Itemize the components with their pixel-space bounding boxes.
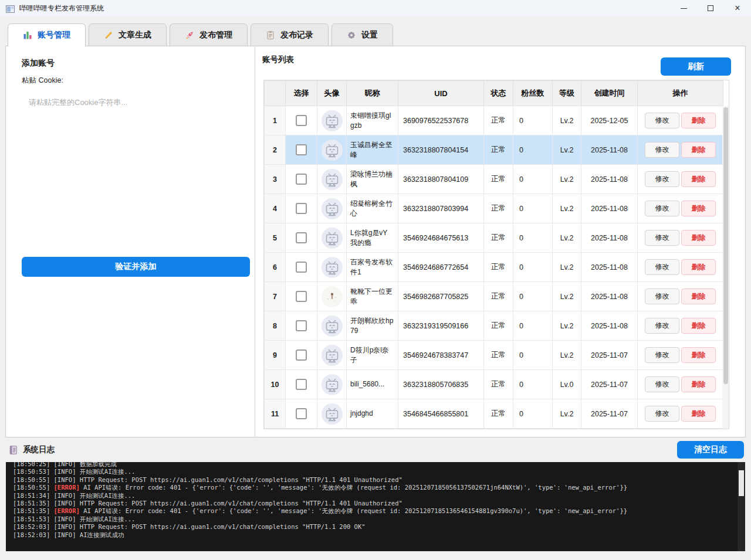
system-log-console[interactable]: [18:50:25] [INFO] 数据加载完成[18:50:53] [INFO… <box>6 462 745 551</box>
table-header-row: 选择头像昵称UID状态粉丝数等级创建时间操作 <box>265 81 723 106</box>
row-checkbox[interactable] <box>296 349 307 361</box>
table-row[interactable]: 10bili_5680...3632318805706835正常0Lv.0202… <box>265 370 723 399</box>
row-checkbox[interactable] <box>296 232 307 243</box>
row-checkbox[interactable] <box>296 379 307 390</box>
tab-publish-management[interactable]: 发布管理 <box>170 23 248 46</box>
row-checkbox[interactable] <box>296 174 307 185</box>
actions-cell: 修改删除 <box>638 165 723 194</box>
verify-add-button[interactable]: 验证并添加 <box>22 257 250 277</box>
delete-button[interactable]: 删除 <box>681 142 716 158</box>
table-row[interactable]: 1束锢噌摸琪glgzb3690976522537678正常0Lv.22025-1… <box>265 106 723 135</box>
table-row[interactable]: 2玉诚昌树全坚峰3632318807804154正常0Lv.22025-11-0… <box>265 135 723 165</box>
log-line: [18:50:55] [ERROR] AI API错误: Error code:… <box>13 484 745 491</box>
tab-account-management[interactable]: 账号管理 <box>8 23 86 46</box>
edit-button[interactable]: 修改 <box>645 142 679 158</box>
delete-button[interactable]: 删除 <box>681 406 716 422</box>
log-line: [18:52:03] [INFO] AI连接测试成功 <box>13 531 745 539</box>
column-header: 粉丝数 <box>513 81 553 106</box>
edit-button[interactable]: 修改 <box>645 230 679 246</box>
nickname-cell: 梁咏博兰功楠枫 <box>347 165 398 194</box>
row-checkbox[interactable] <box>296 115 307 126</box>
title-bar: 哔哩哔哩专栏发布管理系统 × <box>0 0 751 16</box>
level-cell: Lv.2 <box>553 282 581 311</box>
edit-button[interactable]: 修改 <box>645 318 679 334</box>
table-row[interactable]: 5L你就g是vY我的瘾3546924684675613正常0Lv.22025-1… <box>265 223 723 253</box>
row-checkbox[interactable] <box>296 408 307 419</box>
tv-avatar <box>321 315 343 337</box>
console-scrollbar[interactable] <box>738 462 745 551</box>
refresh-button[interactable]: 刷新 <box>661 57 731 76</box>
tab-article-generation[interactable]: 文章生成 <box>89 23 167 46</box>
row-checkbox[interactable] <box>296 144 307 155</box>
delete-button[interactable]: 删除 <box>681 318 716 334</box>
level-cell: Lv.2 <box>553 311 581 341</box>
table-row[interactable]: 11jnjdghd3546845466855801正常0Lv.22025-11-… <box>265 399 723 429</box>
table-row[interactable]: 3梁咏博兰功楠枫3632318807804109正常0Lv.22025-11-0… <box>265 165 723 194</box>
table-row[interactable]: 4绍凝榕树全竹心3632318807803994正常0Lv.22025-11-0… <box>265 194 723 223</box>
minimize-icon <box>681 8 687 9</box>
edit-button[interactable]: 修改 <box>645 347 679 363</box>
avatar-cell <box>317 282 347 311</box>
edit-button[interactable]: 修改 <box>645 171 679 187</box>
table-scrollbar-thumb[interactable] <box>723 107 728 384</box>
clear-log-button[interactable]: 清空日志 <box>677 441 744 459</box>
delete-button[interactable]: 删除 <box>681 376 716 392</box>
uid-cell: 3632318807804109 <box>398 165 484 194</box>
minimize-button[interactable] <box>670 0 697 16</box>
nickname-cell: jnjdghd <box>347 399 398 429</box>
row-checkbox[interactable] <box>296 203 307 214</box>
delete-button[interactable]: 删除 <box>681 230 716 246</box>
select-cell <box>286 341 317 370</box>
uid-cell: 3690976522537678 <box>398 106 484 135</box>
row-number: 8 <box>265 311 286 341</box>
delete-button[interactable]: 删除 <box>681 201 716 216</box>
edit-button[interactable]: 修改 <box>645 113 679 128</box>
cookie-label: 粘贴 Cookie: <box>22 76 255 86</box>
level-cell: Lv.2 <box>553 135 581 165</box>
edit-button[interactable]: 修改 <box>645 259 679 275</box>
edit-button[interactable]: 修改 <box>645 201 679 216</box>
tab-publish-records[interactable]: 发布记录 <box>251 23 329 46</box>
table-row[interactable]: 7靴靴下一位更乖3546982687705825正常0Lv.22025-11-0… <box>265 282 723 311</box>
console-scrollbar-thumb[interactable] <box>739 470 744 496</box>
level-cell: Lv.0 <box>553 370 581 399</box>
created-cell: 2025-11-07 <box>581 341 638 370</box>
maximize-button[interactable] <box>697 0 724 16</box>
tab-settings[interactable]: 设置 <box>331 23 393 46</box>
delete-button[interactable]: 删除 <box>681 347 716 363</box>
delete-button[interactable]: 删除 <box>681 113 716 128</box>
column-header: 操作 <box>638 81 723 106</box>
log-line: [18:50:25] [INFO] 数据加载完成 <box>13 462 745 468</box>
edit-button[interactable]: 修改 <box>645 376 679 392</box>
row-checkbox[interactable] <box>296 320 307 331</box>
table-row[interactable]: 6百家号发布软件13546924686772654正常0Lv.22025-11-… <box>265 253 723 282</box>
nickname-cell: D筱川p奈l奈子 <box>347 341 398 370</box>
level-cell: Lv.2 <box>553 253 581 282</box>
table-body: 1束锢噌摸琪glgzb3690976522537678正常0Lv.22025-1… <box>265 106 723 429</box>
nickname-cell: 百家号发布软件1 <box>347 253 398 282</box>
delete-button[interactable]: 删除 <box>681 171 716 187</box>
table-scrollbar[interactable] <box>722 106 729 429</box>
delete-button[interactable]: 删除 <box>681 289 716 304</box>
delete-button[interactable]: 删除 <box>681 259 716 275</box>
edit-button[interactable]: 修改 <box>645 289 679 304</box>
column-header: 创建时间 <box>581 81 638 106</box>
column-header: 头像 <box>317 81 347 106</box>
cookie-input[interactable] <box>22 93 250 250</box>
tv-avatar <box>321 403 343 425</box>
close-button[interactable]: × <box>724 0 751 16</box>
row-checkbox[interactable] <box>296 291 307 302</box>
log-line: [18:50:53] [INFO] 开始测试AI连接... <box>13 468 745 476</box>
uid-cell: 3546924686772654 <box>398 253 484 282</box>
row-checkbox[interactable] <box>296 262 307 273</box>
avatar-cell <box>317 194 347 223</box>
column-header: 昵称 <box>347 81 398 106</box>
table-row[interactable]: 9D筱川p奈l奈子3546924678383747正常0Lv.22025-11-… <box>265 341 723 370</box>
actions-cell: 修改删除 <box>638 399 723 429</box>
edit-button[interactable]: 修改 <box>645 406 679 422</box>
select-cell <box>286 165 317 194</box>
log-line: [18:51:34] [INFO] 开始测试AI连接... <box>13 492 745 500</box>
created-cell: 2025-11-07 <box>581 399 638 429</box>
table-row[interactable]: 8开朗郸欣欣hp793632319319509166正常0Lv.22025-11… <box>265 311 723 341</box>
select-cell <box>286 253 317 282</box>
